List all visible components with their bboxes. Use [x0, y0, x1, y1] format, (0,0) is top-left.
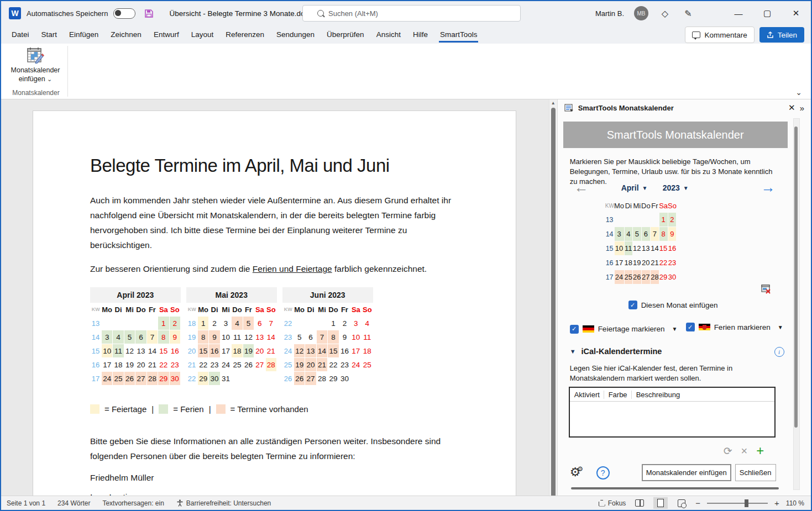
- calendar-week-number[interactable]: 13: [605, 213, 614, 227]
- next-month-arrow-icon[interactable]: →: [761, 180, 776, 194]
- word-logo-icon[interactable]: W: [9, 7, 21, 19]
- calendar-day[interactable]: 16: [668, 241, 677, 256]
- document-title[interactable]: Übersicht - Belegte Termine 3 Monate.doc…: [169, 9, 321, 18]
- calendar-week-number[interactable]: 15: [605, 241, 614, 256]
- calendar-day[interactable]: 22: [659, 256, 668, 270]
- focus-mode-button[interactable]: Fokus: [599, 499, 626, 507]
- calendar-day[interactable]: [641, 213, 651, 227]
- save-icon[interactable]: [144, 9, 154, 18]
- feiertage-dropdown-icon[interactable]: ▼: [672, 326, 677, 332]
- read-mode-button[interactable]: [632, 497, 647, 509]
- tab-entwurf[interactable]: Entwurf: [148, 25, 185, 44]
- calendar-day[interactable]: 25: [624, 270, 632, 285]
- tab-start[interactable]: Start: [35, 25, 64, 44]
- help-icon[interactable]: ?: [596, 466, 610, 480]
- delete-entry-icon[interactable]: ×: [741, 445, 748, 457]
- tab-ueberpruefen[interactable]: Überprüfen: [321, 25, 370, 44]
- calendar-day[interactable]: 19: [633, 256, 641, 270]
- calendar-day[interactable]: [614, 213, 624, 227]
- calendar-day[interactable]: 24: [614, 270, 624, 285]
- calendar-day[interactable]: 18: [624, 256, 632, 270]
- ical-calendar-table[interactable]: Aktiviert Farbe Beschreibung: [569, 387, 776, 438]
- calendar-day[interactable]: 9: [668, 227, 677, 241]
- user-name[interactable]: Martin B.: [595, 9, 624, 18]
- share-button[interactable]: Teilen: [759, 27, 804, 43]
- ferien-markieren-checkbox[interactable]: ✓ Ferien markieren ▼: [686, 323, 783, 331]
- tab-datei[interactable]: Datei: [6, 25, 35, 44]
- monatskalender-einfuegen-button[interactable]: Monatskalender einfügen ⌄: [4, 44, 66, 86]
- prev-month-arrow-icon[interactable]: ←: [574, 180, 589, 194]
- print-layout-button[interactable]: [653, 497, 668, 509]
- calendar-day[interactable]: 5: [633, 227, 641, 241]
- calendar-day[interactable]: 21: [651, 256, 659, 270]
- calendar-day[interactable]: 1: [659, 213, 668, 227]
- calendar-week-number[interactable]: 17: [605, 270, 614, 285]
- zoom-slider[interactable]: [707, 503, 768, 504]
- tab-smarttools[interactable]: SmartTools: [434, 25, 484, 44]
- tab-hilfe[interactable]: Hilfe: [407, 25, 434, 44]
- info-icon[interactable]: i: [774, 347, 784, 357]
- calendar-day[interactable]: [651, 213, 659, 227]
- pane-vertical-scrollbar[interactable]: [793, 118, 800, 490]
- tab-einfuegen[interactable]: Einfügen: [63, 25, 104, 44]
- calendar-day[interactable]: 3: [614, 227, 624, 241]
- calendar-day[interactable]: 26: [633, 270, 641, 285]
- calendar-day[interactable]: 27: [641, 270, 651, 285]
- calendar-day[interactable]: 13: [641, 241, 651, 256]
- document-page[interactable]: Belegte Termine im April, Mai und Juni A…: [33, 110, 516, 498]
- tab-sendungen[interactable]: Sendungen: [270, 25, 321, 44]
- calendar-day[interactable]: 2: [668, 213, 677, 227]
- tab-ansicht[interactable]: Ansicht: [370, 25, 407, 44]
- calendar-day[interactable]: 20: [641, 256, 651, 270]
- ribbon-collapse-chevron-icon[interactable]: ⌄: [795, 88, 802, 97]
- calendar-day[interactable]: [633, 213, 641, 227]
- maximize-button[interactable]: ▢: [758, 4, 777, 23]
- close-button[interactable]: ✕: [787, 4, 805, 23]
- scrollbar-thumb[interactable]: [551, 108, 556, 498]
- tab-referenzen[interactable]: Referenzen: [219, 25, 270, 44]
- feiertage-markieren-checkbox[interactable]: ✓ Feiertage markieren ▼ ✎: [570, 323, 696, 335]
- calendar-day[interactable]: 8: [659, 227, 668, 241]
- calendar-remove-icon[interactable]: [761, 284, 772, 294]
- pane-horizontal-scrollbar[interactable]: [571, 487, 779, 489]
- schliessen-button[interactable]: Schließen: [735, 464, 776, 481]
- autosave-toggle[interactable]: [113, 8, 135, 19]
- month-dropdown[interactable]: April▼: [621, 183, 648, 192]
- zoom-slider-thumb[interactable]: [745, 499, 748, 507]
- calendar-day[interactable]: 15: [659, 241, 668, 256]
- minimize-button[interactable]: —: [729, 4, 748, 23]
- refresh-icon[interactable]: ⟳: [724, 445, 732, 457]
- calendar-day[interactable]: 17: [614, 256, 624, 270]
- ical-section-toggle[interactable]: ▼ iCal-Kalendertermine: [570, 347, 662, 356]
- comments-button[interactable]: Kommentare: [685, 27, 754, 43]
- calendar-day[interactable]: 6: [641, 227, 651, 241]
- tab-zeichnen[interactable]: Zeichnen: [104, 25, 148, 44]
- tab-layout[interactable]: Layout: [185, 25, 220, 44]
- calendar-day[interactable]: 30: [668, 270, 677, 285]
- calendar-day[interactable]: [624, 213, 632, 227]
- calendar-day[interactable]: 4: [624, 227, 632, 241]
- editor-pen-icon[interactable]: ✎: [682, 8, 695, 19]
- pane-close-icon[interactable]: ✕: [788, 103, 795, 113]
- search-input[interactable]: Suchen (Alt+M): [302, 5, 521, 22]
- calendar-day[interactable]: 10: [614, 241, 624, 256]
- zoom-in-button[interactable]: +: [774, 498, 779, 508]
- pane-expand-icon[interactable]: »: [800, 103, 804, 113]
- calendar-week-number[interactable]: 16: [605, 256, 614, 270]
- calendar-day[interactable]: 14: [651, 241, 659, 256]
- monatskalender-einfuegen-pane-button[interactable]: Monatskalender einfügen: [642, 464, 731, 481]
- page-indicator[interactable]: Seite 1 von 1: [7, 499, 45, 507]
- accessibility-status[interactable]: Barrierefreiheit: Untersuchen: [176, 499, 271, 507]
- calendar-day[interactable]: 12: [633, 241, 641, 256]
- year-dropdown[interactable]: 2023▼: [663, 183, 689, 192]
- document-scrollbar[interactable]: ▲: [549, 99, 557, 498]
- add-entry-icon[interactable]: +: [756, 443, 764, 459]
- text-predictions-status[interactable]: Textvorhersagen: ein: [102, 499, 164, 507]
- web-layout-button[interactable]: [674, 497, 689, 509]
- calendar-day[interactable]: 23: [668, 256, 677, 270]
- calendar-day[interactable]: 29: [659, 270, 668, 285]
- calendar-day[interactable]: 7: [651, 227, 659, 241]
- word-count[interactable]: 234 Wörter: [57, 499, 90, 507]
- scroll-up-icon[interactable]: ▲: [549, 101, 557, 106]
- avatar[interactable]: MB: [634, 6, 648, 20]
